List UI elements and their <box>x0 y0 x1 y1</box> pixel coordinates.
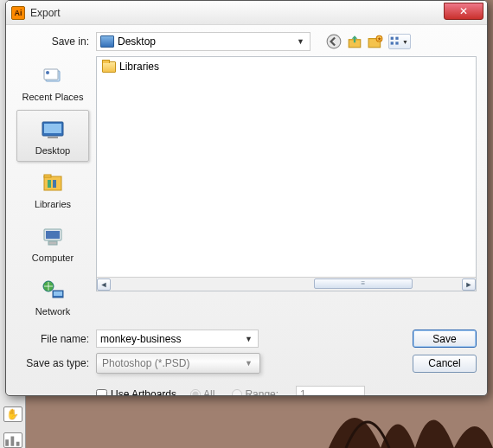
file-item-name: Libraries <box>119 61 159 73</box>
svg-rect-16 <box>44 69 58 80</box>
horizontal-scrollbar[interactable]: ◄ ≡ ► <box>97 277 476 291</box>
new-folder-icon: ★ <box>368 34 383 49</box>
svg-rect-11 <box>391 37 394 40</box>
views-icon <box>389 35 400 47</box>
up-one-level-icon <box>347 34 362 49</box>
list-item[interactable]: Libraries <box>97 57 476 76</box>
all-radio[interactable]: All <box>190 388 214 396</box>
recent-places-icon <box>39 62 67 90</box>
titlebar: Ai Export ✕ <box>6 1 487 25</box>
place-label: Libraries <box>35 199 71 209</box>
desktop-mini-icon <box>100 35 114 48</box>
cancel-button[interactable]: Cancel <box>413 355 477 373</box>
scroll-thumb[interactable]: ≡ <box>314 278 413 289</box>
range-input[interactable]: 1 <box>296 386 365 396</box>
svg-rect-30 <box>54 291 62 296</box>
svg-rect-1 <box>10 436 14 445</box>
radio-icon <box>232 389 242 396</box>
file-name-input[interactable]: monkey-business ▼ <box>96 330 259 348</box>
export-dialog: Ai Export ✕ Save in: Desktop ▼ ★ <box>5 0 488 396</box>
place-label: Recent Places <box>22 92 84 102</box>
use-artboards-label: Use Artboards <box>111 388 176 396</box>
save-button[interactable]: Save <box>413 330 477 348</box>
place-libraries[interactable]: Libraries <box>16 163 89 215</box>
svg-rect-13 <box>391 42 394 45</box>
scroll-left-button[interactable]: ◄ <box>97 278 111 291</box>
svg-rect-23 <box>48 180 51 188</box>
chevron-down-icon: ▼ <box>297 37 306 46</box>
scroll-right-button[interactable]: ► <box>462 278 476 291</box>
file-name-value: monkey-business <box>100 333 181 345</box>
views-button[interactable]: ▼ <box>388 34 411 49</box>
save-as-type-label: Save as type: <box>16 357 96 369</box>
svg-text:★: ★ <box>377 36 381 42</box>
computer-icon <box>39 223 67 251</box>
place-desktop[interactable]: Desktop <box>16 110 89 162</box>
file-name-label: File name: <box>16 333 96 345</box>
back-icon <box>326 34 342 49</box>
network-icon <box>39 277 67 304</box>
svg-point-17 <box>46 71 49 74</box>
radio-icon <box>190 389 201 396</box>
svg-rect-24 <box>53 180 56 188</box>
folder-icon <box>102 61 116 73</box>
range-radio[interactable]: Range: <box>232 388 279 396</box>
svg-rect-27 <box>48 241 57 245</box>
close-button[interactable]: ✕ <box>444 3 483 20</box>
place-network[interactable]: Network <box>16 271 89 323</box>
chevron-down-icon: ▼ <box>245 335 254 343</box>
place-recent-places[interactable]: Recent Places <box>16 56 89 108</box>
back-button[interactable] <box>326 34 342 49</box>
svg-rect-20 <box>48 137 58 138</box>
libraries-icon <box>39 170 67 197</box>
file-list-pane[interactable]: Libraries ◄ ≡ ► <box>96 56 477 291</box>
place-label: Computer <box>32 253 74 263</box>
svg-point-6 <box>327 35 341 48</box>
save-in-combo[interactable]: Desktop ▼ <box>96 32 311 51</box>
svg-rect-0 <box>5 439 9 446</box>
svg-rect-2 <box>16 441 19 445</box>
chevron-down-icon: ▼ <box>245 359 254 368</box>
svg-rect-14 <box>395 42 398 45</box>
app-icon: Ai <box>11 6 25 20</box>
svg-rect-12 <box>395 37 398 40</box>
chevron-down-icon: ▼ <box>402 39 410 45</box>
save-in-value: Desktop <box>118 35 156 48</box>
close-icon: ✕ <box>459 5 468 17</box>
use-artboards-checkbox[interactable]: Use Artboards <box>96 388 176 396</box>
place-label: Desktop <box>35 145 70 156</box>
scroll-track[interactable]: ≡ <box>111 278 462 291</box>
column-graph-tool-icon[interactable] <box>3 432 22 448</box>
window-title: Export <box>30 7 61 19</box>
svg-rect-22 <box>44 175 51 177</box>
svg-rect-26 <box>46 231 60 239</box>
save-in-label: Save in: <box>16 35 96 48</box>
place-label: Network <box>35 306 70 317</box>
place-computer[interactable]: Computer <box>16 217 89 269</box>
save-as-type-select[interactable]: Photoshop (*.PSD) ▼ <box>96 353 260 374</box>
desktop-icon <box>39 116 67 144</box>
up-one-level-button[interactable] <box>347 34 362 49</box>
svg-rect-19 <box>44 124 61 133</box>
checkbox-icon <box>96 389 107 397</box>
new-folder-button[interactable]: ★ <box>368 34 383 49</box>
places-bar: Recent Places Desktop Libraries <box>16 56 89 323</box>
save-as-type-value: Photoshop (*.PSD) <box>102 357 189 369</box>
hand-tool-icon[interactable]: ✋ <box>3 406 22 422</box>
